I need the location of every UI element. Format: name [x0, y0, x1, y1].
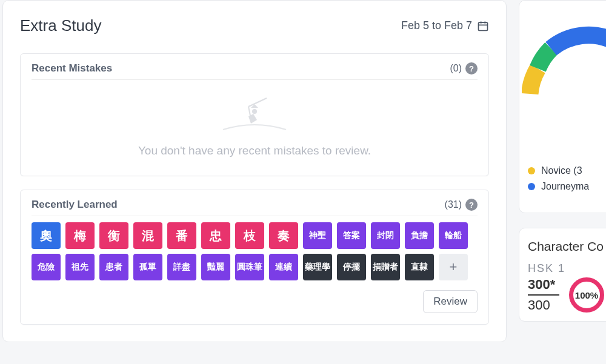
vocab-tile[interactable]: 詳盡 — [167, 254, 196, 280]
vocab-tile[interactable]: 番 — [167, 222, 196, 249]
vocab-tile[interactable]: 圓珠筆 — [235, 254, 264, 280]
fisherman-icon — [32, 96, 478, 141]
legend-dot-icon — [528, 167, 535, 174]
recently-learned-header: Recently Learned (31) ? — [32, 199, 478, 216]
recently-learned-count: (31) — [445, 199, 462, 210]
recently-learned-panel: Recently Learned (31) ? 奧梅衡混番忠枝奏神聖答案封閉負擔… — [20, 190, 489, 325]
score-fraction: 300* 300 — [528, 277, 559, 313]
vocab-tile[interactable]: 枝 — [235, 222, 264, 249]
progress-gauge-card: Novice (3 Journeyma — [519, 0, 606, 213]
recent-mistakes-empty: You don't have any recent mistakes to re… — [32, 85, 478, 165]
vocab-tile[interactable]: 封閉 — [371, 222, 400, 249]
vocab-tile[interactable]: 捐贈者 — [371, 254, 400, 280]
legend-item — [528, 197, 606, 204]
character-coverage-card: Character Co HSK 1 300* 300 100% — [519, 228, 606, 322]
vocab-tile[interactable]: 忠 — [201, 222, 230, 249]
recent-mistakes-header: Recent Mistakes (0) ? — [32, 62, 478, 80]
recent-mistakes-count: (0) — [450, 63, 462, 74]
help-icon[interactable]: ? — [465, 199, 478, 211]
vocab-tile[interactable]: 答案 — [337, 222, 366, 249]
gauge-legend: Novice (3 Journeyma — [528, 165, 606, 204]
vocab-tile[interactable]: 患者 — [99, 254, 128, 280]
more-tile[interactable]: + — [439, 254, 468, 280]
progress-percent: 100% — [575, 290, 598, 300]
progress-ring: 100% — [569, 277, 604, 313]
date-range-text: Feb 5 to Feb 7 — [401, 19, 472, 32]
recently-learned-tiles: 奧梅衡混番忠枝奏神聖答案封閉負擔輪船危險祖先患者孤單詳盡豔麗圓珠筆連續藥理學停擺… — [32, 222, 478, 280]
vocab-tile[interactable]: 豔麗 — [201, 254, 230, 280]
help-icon[interactable]: ? — [465, 62, 478, 74]
score-numerator: 300* — [528, 277, 559, 292]
vocab-tile[interactable]: 神聖 — [303, 222, 332, 249]
score-denominator: 300 — [528, 298, 559, 313]
vocab-tile[interactable]: 直隸 — [405, 254, 434, 280]
extra-study-header: Extra Study Feb 5 to Feb 7 — [20, 16, 489, 35]
recent-mistakes-title: Recent Mistakes — [32, 62, 112, 74]
character-coverage-title: Character Co — [528, 239, 606, 254]
vocab-tile[interactable]: 奏 — [269, 222, 298, 249]
legend-dot-icon — [528, 183, 535, 190]
legend-item: Novice (3 — [528, 165, 606, 176]
recent-mistakes-empty-text: You don't have any recent mistakes to re… — [32, 144, 478, 157]
hsk-level-label: HSK 1 — [528, 262, 606, 275]
date-range[interactable]: Feb 5 to Feb 7 — [401, 19, 489, 32]
gauge-chart — [528, 12, 606, 133]
vocab-tile[interactable]: 混 — [133, 222, 162, 249]
vocab-tile[interactable]: 孤單 — [133, 254, 162, 280]
extra-study-title: Extra Study — [20, 16, 101, 35]
vocab-tile[interactable]: 負擔 — [405, 222, 434, 249]
recent-mistakes-panel: Recent Mistakes (0) ? — [20, 53, 489, 176]
legend-label: Novice (3 — [541, 165, 582, 176]
extra-study-card: Extra Study Feb 5 to Feb 7 Recent Mistak… — [2, 0, 507, 342]
vocab-tile[interactable]: 祖先 — [65, 254, 95, 280]
calendar-icon — [477, 20, 489, 32]
vocab-tile[interactable]: 梅 — [65, 222, 95, 249]
vocab-tile[interactable]: 藥理學 — [303, 254, 332, 280]
vocab-tile[interactable]: 連續 — [269, 254, 298, 280]
vocab-tile[interactable]: 輪船 — [439, 222, 468, 249]
legend-label: Journeyma — [541, 181, 589, 192]
vocab-tile[interactable]: 衡 — [99, 222, 128, 249]
vocab-tile[interactable]: 奧 — [32, 222, 61, 249]
svg-rect-0 — [479, 22, 488, 30]
vocab-tile[interactable]: 停擺 — [337, 254, 366, 280]
vocab-tile[interactable]: 危險 — [32, 254, 61, 280]
review-button[interactable]: Review — [423, 290, 478, 313]
legend-item: Journeyma — [528, 181, 606, 192]
recently-learned-title: Recently Learned — [32, 199, 118, 211]
